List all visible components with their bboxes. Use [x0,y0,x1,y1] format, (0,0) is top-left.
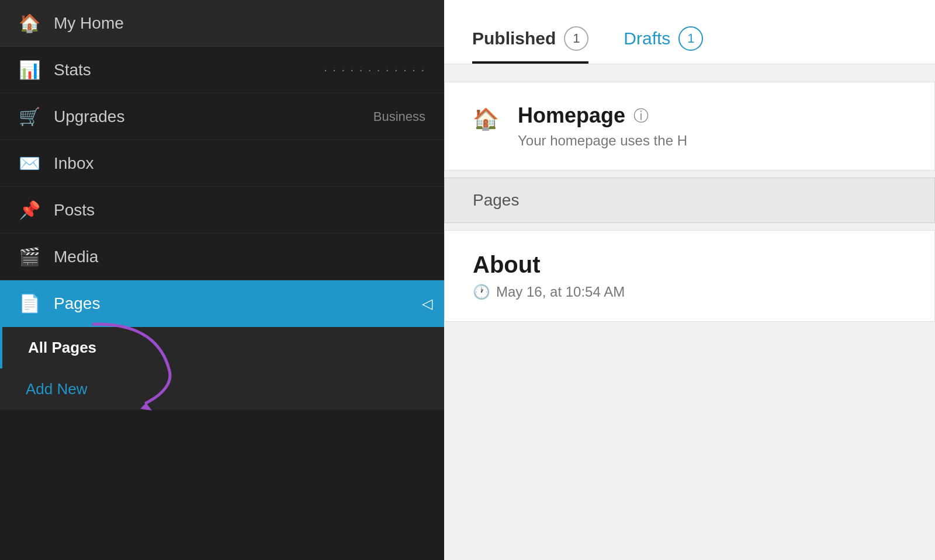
sidebar-item-inbox[interactable]: ✉️ Inbox [0,140,444,187]
about-card[interactable]: About 🕐 May 16, at 10:54 AM [444,230,935,322]
sidebar-item-pages[interactable]: 📄 Pages ◁ [0,280,444,327]
sidebar: 🏠 My Home 📊 Stats · · · · · · · · · · · … [0,0,444,560]
published-count-badge: 1 [564,26,588,51]
info-icon: ⓘ [633,106,649,126]
drafts-count-badge: 1 [678,26,703,51]
tab-published[interactable]: Published 1 [472,26,588,64]
sidebar-item-label: Posts [54,201,95,220]
main-content: Published 1 Drafts 1 🏠 Homepage ⓘ Your h… [444,0,935,560]
svg-marker-0 [140,403,152,411]
homepage-card[interactable]: 🏠 Homepage ⓘ Your homepage uses the H [444,82,935,171]
sidebar-item-posts[interactable]: 📌 Posts [0,187,444,234]
pages-icon: 📄 [19,293,40,314]
homepage-title-row: Homepage ⓘ [518,103,906,128]
sidebar-item-label: Stats [54,61,91,79]
published-tab-label: Published [472,29,556,48]
chevron-right-icon: ◁ [422,295,432,312]
sub-item-add-new[interactable]: Add New [0,368,444,410]
divider-dots-badge: · · · · · · · · · · · · [324,63,425,76]
sidebar-item-media[interactable]: 🎬 Media [0,234,444,280]
add-new-label: Add New [26,380,88,398]
sidebar-item-label: Media [54,248,98,266]
all-pages-label: All Pages [28,339,96,356]
homepage-subtitle: Your homepage uses the H [518,133,687,148]
upgrades-icon: 🛒 [19,106,40,127]
stats-icon: 📊 [19,60,40,80]
inbox-icon: ✉️ [19,153,40,173]
sidebar-item-label: My Home [54,14,124,33]
sidebar-item-upgrades[interactable]: 🛒 Upgrades Business [0,93,444,140]
cards-area: 🏠 Homepage ⓘ Your homepage uses the H Pa… [444,64,935,339]
tabs-bar: Published 1 Drafts 1 [444,0,935,64]
posts-icon: 📌 [19,200,40,220]
tab-drafts[interactable]: Drafts 1 [624,26,703,64]
homepage-card-content: Homepage ⓘ Your homepage uses the H [518,103,906,149]
about-date: May 16, at 10:54 AM [496,284,625,300]
sub-item-all-pages[interactable]: All Pages [0,327,444,368]
about-meta: 🕐 May 16, at 10:54 AM [473,284,906,300]
plan-badge: Business [373,109,425,124]
sidebar-item-label: Inbox [54,154,94,173]
sidebar-item-label: Pages [54,294,100,313]
homepage-house-icon: 🏠 [473,107,499,131]
home-icon: 🏠 [19,13,40,33]
section-pages-label: Pages [444,178,935,223]
sidebar-item-label: Upgrades [54,107,124,126]
clock-icon: 🕐 [473,284,490,300]
sidebar-item-my-home[interactable]: 🏠 My Home [0,0,444,47]
homepage-title: Homepage [518,103,625,128]
drafts-tab-label: Drafts [624,29,670,48]
sidebar-item-stats[interactable]: 📊 Stats · · · · · · · · · · · · [0,47,444,93]
media-icon: 🎬 [19,246,40,267]
about-title: About [473,252,906,278]
pages-section-text: Pages [473,191,519,209]
